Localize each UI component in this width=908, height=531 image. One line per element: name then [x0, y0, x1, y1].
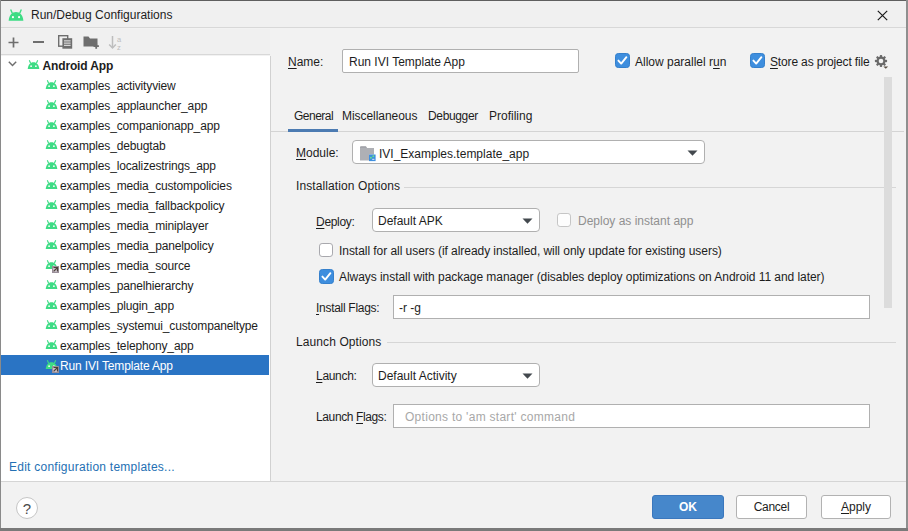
svg-text:z: z — [117, 43, 121, 51]
